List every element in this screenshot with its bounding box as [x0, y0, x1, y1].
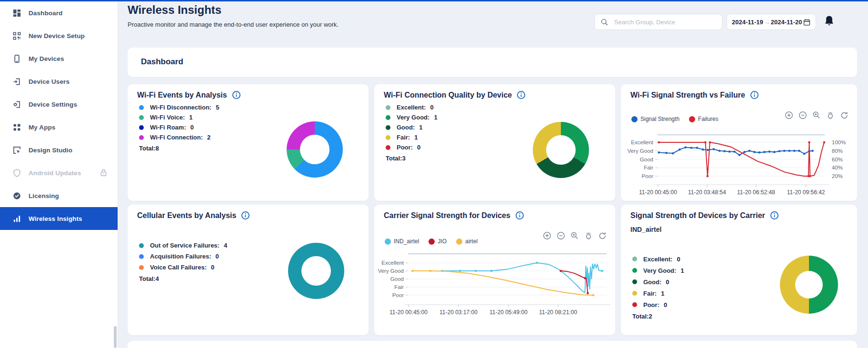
info-icon[interactable]	[517, 90, 526, 99]
zoom-window-icon[interactable]	[812, 111, 821, 119]
card-carrier-signal-strength: Carrier Signal Strength for Devices IND_…	[374, 205, 615, 335]
legend-total: Total:3	[386, 155, 438, 162]
svg-text:11-20 00:45:00: 11-20 00:45:00	[639, 189, 677, 196]
svg-text:Good: Good	[640, 157, 653, 162]
shield-icon	[12, 168, 21, 178]
sidebar-item-dashboard[interactable]: Dashboard	[0, 1, 118, 24]
sidebar-item-licensing[interactable]: Licensing	[0, 184, 118, 207]
info-icon[interactable]	[770, 211, 779, 220]
sidebar-item-label: Wireless Insights	[29, 215, 82, 222]
legend-dot	[456, 239, 462, 245]
zoom-in-icon[interactable]	[543, 231, 551, 240]
legend-item: Good0	[632, 276, 684, 288]
date-end[interactable]: 2024-11-20	[771, 19, 802, 26]
legend-dot	[429, 239, 435, 245]
sidebar-item-design-studio[interactable]: Design Studio	[0, 139, 118, 161]
card-title: Cellular Events by Analysis	[137, 211, 236, 220]
donut-hole	[546, 135, 576, 165]
svg-text:Good: Good	[390, 276, 404, 282]
calendar-icon[interactable]	[803, 18, 811, 26]
donut-hole	[301, 256, 331, 286]
sidebar-item-label: My Apps	[29, 124, 55, 131]
chart-legend: Signal Strength Failures	[631, 116, 718, 122]
sidebar-item-label: Licensing	[29, 192, 59, 199]
bell-icon[interactable]	[823, 15, 835, 28]
pan-icon[interactable]	[584, 231, 593, 240]
sidebar-item-device-settings[interactable]: Device Settings	[0, 93, 118, 116]
legend-series[interactable]: airtel	[456, 238, 478, 245]
svg-text:60%: 60%	[832, 157, 843, 162]
qr-code-icon	[12, 31, 21, 40]
sidebar-item-wireless-insights[interactable]: Wireless Insights	[0, 207, 118, 230]
sidebar-item-label: Device Settings	[29, 101, 77, 108]
legend-series[interactable]: Signal Strength	[631, 116, 679, 122]
legend-series[interactable]: Failures	[689, 116, 718, 122]
svg-text:11-20 03:17:00: 11-20 03:17:00	[439, 309, 478, 316]
svg-text:80%: 80%	[832, 148, 843, 154]
legend-item: Very Good1	[386, 112, 438, 122]
legend-item: Voice Call Failures0	[139, 262, 227, 273]
date-arrow-icon: →	[764, 19, 770, 26]
card-title-row: Signal Strength of Devices by Carrier	[630, 211, 779, 220]
sidebar-item-android-updates[interactable]: Android Updates	[0, 161, 118, 184]
restore-icon[interactable]	[598, 231, 607, 240]
sidebar-item-my-apps[interactable]: My Apps	[0, 116, 118, 139]
card-wifi-signal-vs-failure: Wi-Fi Signal Strength vs Failure Signal …	[621, 84, 857, 201]
legend-dot	[632, 291, 637, 296]
search-box[interactable]	[594, 14, 722, 30]
date-start[interactable]: 2024-11-19	[732, 19, 763, 26]
page-title: Wireless Insights	[128, 3, 221, 17]
svg-text:20%: 20%	[832, 173, 843, 179]
legend-item: Poor0	[632, 299, 684, 310]
search-input[interactable]	[613, 18, 716, 26]
sidebar-item-my-devices[interactable]: My Devices	[0, 47, 118, 70]
card-cellular-events-by-analysis: Cellular Events by Analysis Out of Servi…	[128, 205, 369, 335]
legend-series[interactable]: IND_airtel	[385, 238, 419, 245]
legend-dot	[385, 239, 391, 245]
zoom-window-icon[interactable]	[570, 231, 579, 240]
info-icon[interactable]	[241, 211, 250, 220]
line-chart-carrier-signal-strength[interactable]: ExcellentVery GoodGoodFairPoor11-20 00:4…	[377, 250, 612, 322]
sidebar-item-device-users[interactable]: Device Users	[0, 70, 118, 93]
svg-text:11-20 05:49:00: 11-20 05:49:00	[489, 309, 528, 316]
device-gear-icon	[12, 99, 21, 109]
legend-item: Wi-Fi Connection2	[139, 132, 219, 142]
sidebar-nav: Dashboard New Device Setup My Devices De…	[0, 1, 118, 230]
legend-item: Fair1	[386, 132, 438, 142]
line-chart-wifi-signal-vs-failure[interactable]: Excellent100%Very Good80%Good60%Fair40%P…	[624, 130, 854, 199]
card-signal-strength-by-carrier: Signal Strength of Devices by Carrier IN…	[621, 205, 857, 335]
pan-icon[interactable]	[826, 111, 835, 119]
info-icon[interactable]	[515, 211, 524, 220]
legend-dot	[689, 116, 695, 122]
card-wifi-events-by-analysis: Wi-Fi Events by Analysis Wi-Fi Disconnec…	[128, 84, 369, 201]
smartphone-icon	[12, 54, 21, 63]
sidebar-scrollbar-thumb[interactable]	[114, 326, 117, 348]
zoom-out-icon[interactable]	[557, 231, 565, 240]
info-icon[interactable]	[750, 90, 759, 99]
next-section-card	[128, 341, 857, 348]
legend-item: Good1	[386, 122, 438, 132]
svg-text:11-20 09:56:42: 11-20 09:56:42	[787, 189, 825, 196]
sidebar-item-label: Design Studio	[29, 147, 72, 154]
legend-dot	[139, 115, 144, 120]
card-title: Wi-Fi Events by Analysis	[137, 91, 227, 99]
svg-text:Excellent: Excellent	[631, 139, 653, 145]
legend: Wi-Fi Disconnection5 Wi-Fi Voice1 Wi-Fi …	[139, 102, 219, 152]
legend: Excellent0 Very Good1 Good0 Fair1 Poor0 …	[632, 253, 684, 320]
legend-dot	[631, 116, 638, 122]
chart-legend: IND_airtel JIO airtel	[385, 238, 478, 245]
sidebar-item-label: New Device Setup	[29, 32, 85, 40]
info-icon[interactable]	[232, 90, 241, 99]
zoom-in-icon[interactable]	[785, 111, 793, 119]
carrier-name: IND_airtel	[630, 226, 661, 233]
donut-chart-cellular-events	[288, 243, 344, 299]
restore-icon[interactable]	[840, 111, 848, 119]
date-range-picker[interactable]: 2024-11-19 → 2024-11-20	[727, 14, 816, 30]
legend-total: Total:8	[139, 145, 219, 152]
bar-chart-icon	[12, 214, 21, 223]
zoom-out-icon[interactable]	[798, 111, 807, 119]
sidebar-item-new-device-setup[interactable]: New Device Setup	[0, 24, 118, 47]
legend-series[interactable]: JIO	[429, 238, 447, 245]
svg-text:Poor: Poor	[642, 173, 653, 179]
svg-text:11-20 08:21:00: 11-20 08:21:00	[539, 309, 577, 316]
